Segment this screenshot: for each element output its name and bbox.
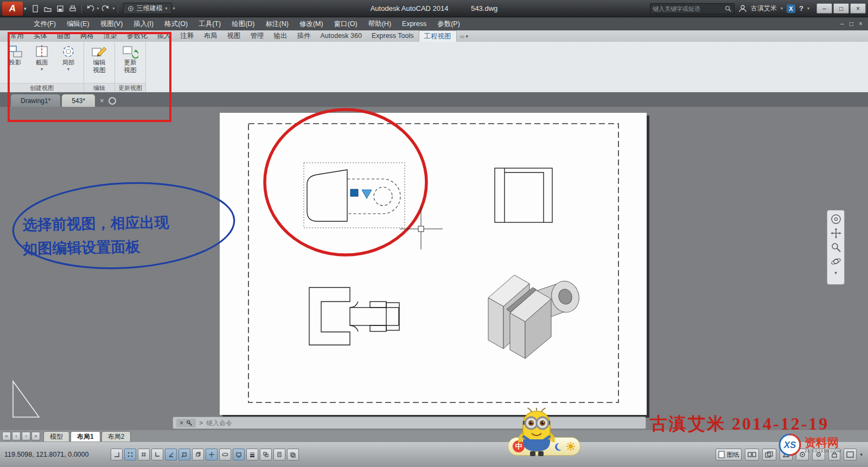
status-toggle-otrack[interactable] (206, 449, 218, 460)
undo-caret-icon[interactable]: ▾ (97, 6, 99, 11)
redo-caret-icon[interactable]: ▾ (113, 6, 115, 11)
section-caret-icon[interactable]: ▾ (41, 67, 43, 72)
doc-close-button[interactable]: × (859, 20, 863, 28)
tab-render[interactable]: 渲染 (99, 30, 122, 42)
menu-help[interactable]: 帮助(H) (363, 17, 397, 30)
menu-view[interactable]: 视图(V) (95, 17, 129, 30)
status-toggle-lineweight[interactable] (246, 449, 258, 460)
status-toggle-ortho[interactable] (151, 449, 163, 460)
tab-layout1[interactable]: 布局1 (71, 431, 100, 442)
drawing-area[interactable]: 选择前视图，相应出现 如图编辑设置面板 ▾ × > (0, 107, 868, 430)
menu-dimension[interactable]: 标注(N) (260, 17, 294, 30)
tab-layout2[interactable]: 布局2 (101, 431, 131, 442)
menu-file[interactable]: 文件(F) (28, 17, 61, 30)
tab-manage[interactable]: 管理 (246, 30, 269, 42)
status-toggle-selection-cycling[interactable] (287, 449, 299, 460)
status-menu-caret-icon[interactable]: ▾ (860, 452, 863, 457)
status-toggle-polar[interactable] (165, 449, 177, 460)
section-button[interactable]: 截面 ▾ (30, 44, 53, 72)
maximize-button[interactable]: □ (833, 3, 849, 14)
tab-autodesk360[interactable]: Autodesk 360 (316, 30, 367, 42)
search-field[interactable] (650, 3, 735, 14)
detail-button[interactable]: 局部 ▾ (57, 44, 80, 72)
signed-in-user[interactable]: 古滇艾米 (751, 4, 777, 13)
coordinates-readout[interactable]: 119.5098, 121.8071, 0.0000 (4, 451, 111, 458)
panel-label-edit[interactable]: 编辑 (84, 83, 114, 92)
status-toggle-3dosnap[interactable] (192, 449, 204, 460)
file-tab-543[interactable]: 543* (62, 94, 95, 107)
tab-output[interactable]: 输出 (269, 30, 292, 42)
app-menu-caret-icon[interactable]: ▾ (24, 6, 27, 11)
tab-home[interactable]: 常用 (5, 30, 29, 42)
plot-button[interactable] (67, 3, 79, 15)
layout-paper[interactable] (220, 113, 647, 415)
menu-express[interactable]: Express (397, 17, 432, 30)
first-layout-button[interactable]: « (2, 432, 11, 440)
orbit-icon[interactable] (831, 256, 841, 267)
update-view-button[interactable]: 更新 视图 (119, 44, 142, 74)
tab-plugins[interactable]: 插件 (292, 30, 316, 42)
customize-wrench-icon[interactable] (186, 420, 193, 426)
command-close-icon[interactable]: × (180, 419, 183, 427)
file-tab-drawing1[interactable]: Drawing1* (11, 94, 60, 107)
menu-window[interactable]: 窗口(O) (329, 17, 363, 30)
tab-model[interactable]: 模型 (43, 431, 69, 442)
new-file-button[interactable] (30, 3, 41, 15)
search-input[interactable] (653, 5, 724, 12)
tab-surface[interactable]: 曲面 (52, 30, 75, 42)
status-toggle-dyn[interactable] (233, 449, 245, 460)
prev-layout-button[interactable]: ‹ (12, 432, 21, 440)
close-button[interactable]: × (850, 3, 866, 14)
tab-solid[interactable]: 实体 (29, 30, 52, 42)
status-toggle-transparency[interactable] (260, 449, 272, 460)
help-button[interactable]: ? (799, 4, 803, 12)
navbar-more-caret-icon[interactable]: ▾ (834, 270, 837, 276)
quick-view-layouts-button[interactable] (745, 449, 759, 460)
panel-label-create-view[interactable]: 创建视图 (0, 83, 84, 92)
search-icon[interactable] (724, 5, 732, 12)
autocad-logo[interactable]: A (2, 2, 23, 16)
status-toggle-snap[interactable] (124, 449, 136, 460)
doc-minimize-button[interactable]: – (840, 20, 844, 28)
zoom-icon[interactable] (831, 242, 841, 253)
menu-draw[interactable]: 绘图(D) (226, 17, 260, 30)
exchange-apps-icon[interactable]: X (787, 4, 795, 13)
command-input[interactable] (206, 419, 642, 427)
clean-screen-button[interactable] (844, 449, 857, 460)
next-layout-button[interactable]: › (22, 432, 30, 440)
open-file-button[interactable] (42, 3, 54, 15)
status-toggle-infer[interactable] (111, 449, 123, 460)
last-layout-button[interactable]: » (31, 432, 40, 440)
tab-view[interactable]: 视图 (222, 30, 246, 42)
undo-button[interactable] (85, 3, 96, 15)
detail-caret-icon[interactable]: ▾ (67, 67, 69, 72)
quick-view-drawings-button[interactable] (762, 449, 776, 460)
status-toggle-quickprops[interactable] (273, 449, 285, 460)
tab-insert[interactable]: 插入 (152, 30, 176, 42)
navigation-wheel-icon[interactable] (831, 214, 841, 225)
tab-parametric[interactable]: 参数化 (122, 30, 152, 42)
help-caret-icon[interactable]: ▾ (807, 6, 809, 11)
save-button[interactable] (55, 3, 66, 15)
tab-drawing-views[interactable]: 工程视图 (419, 30, 457, 42)
tab-overflow-button[interactable] (108, 97, 116, 105)
menu-format[interactable]: 格式(O) (159, 17, 193, 30)
qat-overflow-caret-icon[interactable]: ▾ (173, 6, 175, 11)
projection-button[interactable]: 投影 (4, 44, 27, 66)
minimize-button[interactable]: – (816, 3, 832, 14)
status-toggle-ducs[interactable] (219, 449, 231, 460)
menu-edit[interactable]: 编辑(E) (61, 17, 95, 30)
pan-icon[interactable] (831, 228, 841, 239)
paper-space-button[interactable]: 图纸 (716, 449, 742, 460)
menu-parametric[interactable]: 参数(P) (432, 17, 465, 30)
menu-modify[interactable]: 修改(M) (294, 17, 329, 30)
ribbon-minimize-button[interactable]: ▭ ▾ (460, 30, 469, 42)
tab-annotate[interactable]: 注释 (176, 30, 199, 42)
redo-button[interactable] (100, 3, 112, 15)
gear-icon[interactable] (566, 442, 576, 451)
user-caret-icon[interactable]: ▾ (781, 6, 783, 11)
close-tab-icon[interactable]: × (100, 97, 104, 105)
workspace-selector[interactable]: 三维建模 ▾ (123, 3, 172, 14)
command-line[interactable]: × > (173, 417, 646, 429)
status-toggle-grid[interactable] (138, 449, 150, 460)
